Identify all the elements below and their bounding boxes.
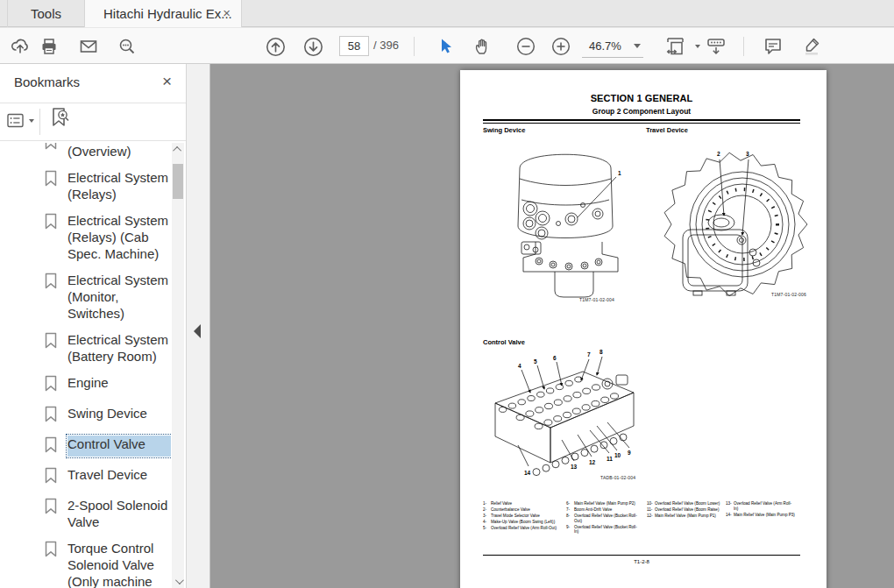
pdf-page: SECTION 1 GENERAL Group 2 Component Layo… — [460, 70, 827, 588]
tab-document-label: Hitachi Hydraulic Ex... — [103, 6, 232, 21]
sprocket-outline — [664, 152, 807, 295]
bookmark-item[interactable]: Travel Device — [44, 466, 172, 487]
travel-device-caption: T1M7-01-02-006 — [749, 292, 806, 297]
bookmark-item[interactable]: Control Valve — [44, 436, 172, 457]
page-fit-button[interactable] — [663, 36, 690, 57]
page-number-input[interactable]: 58 — [339, 36, 369, 56]
search-button[interactable] — [117, 36, 138, 57]
zoom-level-value: 46.7% — [582, 39, 621, 53]
scroll-mode-button[interactable] — [706, 36, 727, 57]
double-rule — [483, 119, 800, 124]
cloud-upload-icon — [11, 37, 30, 56]
next-page-button[interactable] — [302, 36, 323, 57]
callout-13: 13 — [571, 464, 578, 470]
scroll-down-arrow[interactable] — [172, 575, 184, 588]
bookmark-label: Engine — [67, 374, 171, 395]
page-down-icon — [303, 37, 323, 57]
bookmark-flag-icon — [44, 169, 58, 202]
tab-close-icon[interactable]: × — [223, 4, 231, 22]
bookmark-flag-icon — [44, 272, 58, 322]
share-button[interactable] — [10, 36, 31, 57]
bookmark-flag-icon — [44, 374, 58, 395]
control-valve-heading: Control Valve — [483, 338, 525, 346]
chevron-down-icon — [695, 45, 700, 48]
zoom-out-button[interactable] — [515, 36, 536, 57]
zoom-level-dropdown[interactable]: 46.7% — [582, 35, 643, 58]
zoom-in-button[interactable] — [550, 36, 571, 57]
bookmark-item[interactable]: Torque Control Solenoid Valve (Only mach… — [44, 540, 172, 588]
bookmark-flag-icon — [44, 212, 58, 262]
bookmark-label: Electrical System (Battery Room) — [67, 331, 171, 365]
page-fit-dropdown[interactable] — [692, 36, 700, 57]
page-total-label: / 396 — [373, 39, 399, 52]
callout-12: 12 — [589, 459, 596, 465]
toolbar-divider — [743, 37, 744, 56]
bookmark-item[interactable]: Electrical System (Relays) — [44, 169, 172, 202]
bookmark-flag-icon — [44, 436, 58, 457]
callout-9: 9 — [628, 450, 631, 456]
bookmark-label: Electrical System (Relays) — [67, 169, 171, 202]
select-tool-button[interactable] — [435, 36, 456, 57]
legend-item: 10-Overload Relief Valve (Boom Lower) — [647, 501, 726, 507]
valve-block — [495, 357, 634, 476]
bookmark-item[interactable]: (Overview) — [44, 143, 172, 159]
search-icon — [117, 37, 137, 56]
hand-tool-button[interactable] — [472, 36, 493, 57]
bookmarks-close-icon[interactable]: × — [162, 72, 172, 91]
bookmark-flag-icon — [44, 540, 58, 588]
callout-4: 4 — [518, 363, 522, 369]
tab-document[interactable]: Hitachi Hydraulic Ex... × — [85, 0, 242, 27]
swing-device-figure: 1 — [486, 138, 649, 298]
bookmark-item[interactable]: Electrical System (Relays) (Cab Spec. Ma… — [44, 212, 172, 262]
minus-circle-icon — [516, 37, 536, 56]
bookmark-label: 2-Spool Solenoid Valve — [67, 497, 171, 530]
legend-item: 13-Overload Relief Valve (Arm Roll-In) — [726, 501, 801, 511]
callout-8: 8 — [600, 349, 603, 355]
divider — [0, 140, 186, 141]
email-button[interactable] — [78, 36, 99, 57]
bookmarks-scrollbar[interactable] — [172, 143, 184, 588]
bookmarks-options-button[interactable] — [5, 110, 35, 131]
document-viewport[interactable]: SECTION 1 GENERAL Group 2 Component Layo… — [210, 64, 894, 588]
callout-3: 3 — [746, 151, 749, 157]
callout-10: 10 — [614, 452, 621, 458]
spool-row — [535, 393, 618, 429]
divider — [39, 109, 40, 135]
travel-device-heading: Travel Device — [646, 126, 688, 134]
highlight-button[interactable] — [802, 36, 823, 57]
legend-item: 7-Boom Anti-Drift Valve — [566, 507, 647, 513]
callout-11: 11 — [607, 456, 613, 462]
chevron-down-icon — [174, 576, 183, 584]
bookmark-item[interactable]: Engine — [44, 374, 172, 395]
collapse-panel-icon[interactable] — [194, 324, 201, 338]
locate-current-bookmark-button[interactable] — [47, 108, 74, 129]
scroll-up-arrow[interactable] — [172, 143, 184, 156]
tab-tools[interactable]: Tools — [7, 0, 85, 27]
scrollbar-thumb[interactable] — [173, 164, 183, 199]
spool-row — [499, 377, 582, 412]
print-button[interactable] — [39, 36, 60, 57]
plus-circle-icon — [551, 37, 571, 56]
envelope-icon — [79, 37, 98, 56]
chevron-up-icon — [173, 146, 181, 155]
bookmark-item[interactable]: Electrical System (Battery Room) — [44, 331, 172, 365]
comment-bubble-icon — [763, 36, 784, 57]
legend-item: 8-Overload Relief Valve (Bucket Roll-Out… — [566, 514, 647, 523]
legend-item: 14-Main Relief Valve (Main Pump P3) — [726, 513, 801, 518]
bookmark-label: (Overview) — [67, 143, 171, 159]
legend-column: 1-Relief Valve2-Counterbalance Valve3-Tr… — [483, 501, 566, 536]
spool-row — [533, 434, 627, 476]
chevron-down-icon — [634, 44, 641, 48]
comment-button[interactable] — [763, 36, 784, 57]
previous-page-button[interactable] — [265, 36, 286, 57]
callout-1: 1 — [618, 170, 621, 176]
panel-collapse-strip — [187, 64, 210, 588]
bookmark-item[interactable]: Electrical System (Monitor, Switches) — [44, 272, 172, 322]
legend-item: 6-Main Relief Valve (Main Pump P2) — [566, 501, 647, 507]
bookmark-item[interactable]: 2-Spool Solenoid Valve — [44, 497, 172, 530]
options-list-icon — [6, 112, 25, 130]
bookmark-item[interactable]: Swing Device — [44, 405, 172, 426]
select-arrow-icon — [436, 37, 455, 56]
legend-item: 9-Overload Relief Valve (Bucket Roll-In) — [566, 525, 647, 535]
main-toolbar: 58 / 396 46.7% — [0, 28, 894, 64]
